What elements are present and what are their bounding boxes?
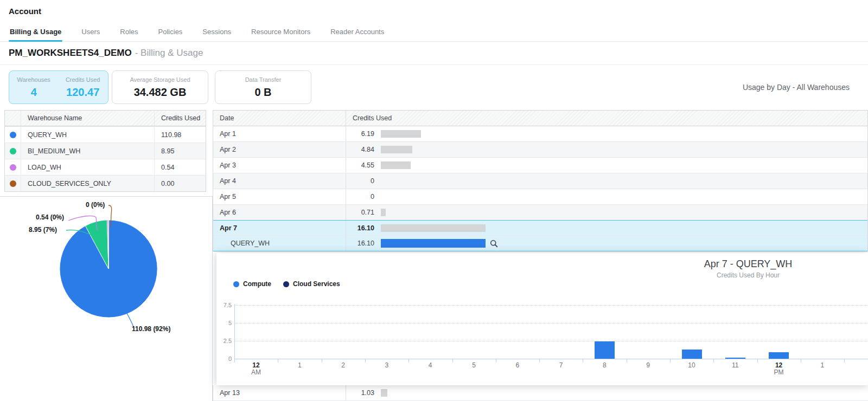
- x-axis-line: [234, 359, 868, 359]
- billing-usage-page: Account Billing & UsageUsersRolesPolicie…: [0, 0, 868, 401]
- credits-value: 16.10: [346, 224, 374, 232]
- x-axis-tick: [713, 359, 714, 363]
- x-tick-label-1: 1: [282, 362, 317, 369]
- daily-row-apr-2[interactable]: Apr 24.84: [213, 142, 867, 158]
- warehouse-row-load-wh[interactable]: LOAD_WH0.54: [5, 159, 206, 175]
- daily-row-apr-5[interactable]: Apr 50: [213, 189, 867, 205]
- credits-bar: [381, 209, 386, 216]
- section-subtitle: - Billing & Usage: [135, 48, 203, 58]
- bar-compute-hour-8: [595, 341, 615, 359]
- x-axis-tick: [234, 359, 235, 363]
- tab-users[interactable]: Users: [80, 28, 101, 41]
- credits-value: 0: [346, 193, 374, 200]
- credits-cell: 4.55: [346, 161, 867, 169]
- tab-billing-usage[interactable]: Billing & Usage: [9, 28, 62, 41]
- card-warehouses-credits[interactable]: Warehouses 4 Credits Used 120.47: [9, 70, 108, 104]
- credits-bar: [381, 146, 412, 153]
- date-cell: Apr 7: [213, 221, 346, 235]
- pie-label-bi-medium-wh: 8.95 (7%): [29, 226, 57, 234]
- credits-value: 0: [346, 177, 374, 185]
- x-tick-label-7: 7: [544, 362, 578, 369]
- x-axis-tick: [278, 359, 278, 363]
- x-axis-tick: [844, 359, 845, 363]
- tab-reader-accounts[interactable]: Reader Accounts: [329, 28, 385, 41]
- warehouse-table: Warehouse Name Credits Used QUERY_WH110.…: [4, 110, 206, 192]
- account-name: PM_WORKSHEETS4_DEMO: [9, 48, 132, 58]
- warehouse-row-query-wh[interactable]: QUERY_WH110.98: [5, 126, 206, 143]
- bar-compute-hour-12-pm: [769, 352, 789, 359]
- card-average-storage[interactable]: Average Storage Used 34.482 GB: [112, 70, 208, 104]
- y-tick-label-5: 5: [216, 320, 232, 326]
- pie-label-cloud-services: 0 (0%): [86, 201, 105, 209]
- bar-compute-hour-11: [725, 358, 745, 359]
- storage-label: Average Storage Used: [130, 76, 190, 83]
- credits-bar-blue: [381, 239, 486, 248]
- pie-label-load-wh: 0.54 (0%): [36, 214, 64, 221]
- legend-label: Compute: [243, 280, 271, 288]
- warehouse-color-dot: [10, 148, 16, 154]
- x-tick-label-9: 9: [631, 362, 666, 369]
- x-axis-tick: [627, 359, 627, 363]
- daily-row-apr-3[interactable]: Apr 34.55: [213, 158, 867, 173]
- date-cell: Apr 2: [213, 142, 346, 157]
- tab-policies[interactable]: Policies: [157, 28, 184, 41]
- tab-bar: Billing & UsageUsersRolesPoliciesSession…: [0, 25, 868, 42]
- x-axis-tick: [670, 359, 671, 363]
- gridline-7.5: [234, 305, 868, 306]
- warehouse-name-header: Warehouse Name: [21, 111, 155, 126]
- x-tick-label-10: 10: [674, 362, 709, 369]
- divider: [0, 64, 868, 65]
- x-tick-label-3: 3: [369, 362, 404, 369]
- legend-item-cloud-services[interactable]: Cloud Services: [283, 280, 340, 288]
- x-axis-tick: [452, 359, 453, 363]
- credits-cell: 1.03: [346, 389, 868, 397]
- bar-compute-hour-10: [682, 350, 702, 359]
- daily-table-header: Date Credits Used: [213, 111, 867, 126]
- pie-label-query-wh: 110.98 (92%): [132, 325, 170, 333]
- magnifier-icon[interactable]: [490, 240, 498, 248]
- x-tick-label-6: 6: [500, 362, 535, 369]
- x-tick-label-12: 12PM: [762, 362, 796, 376]
- x-axis-tick: [409, 359, 409, 363]
- credits-bar: [381, 130, 421, 138]
- warehouse-credits-cell: 0.54: [155, 164, 206, 171]
- gridline-5: [234, 323, 868, 324]
- tab-resource-monitors[interactable]: Resource Monitors: [250, 28, 311, 41]
- credits-cell: 0.71: [346, 209, 867, 216]
- credits-cell: 16.10: [346, 239, 867, 248]
- warehouse-row-cloud-services-only[interactable]: CLOUD_SERVICES_ONLY0.00: [5, 175, 206, 191]
- daily-subrow-query-wh[interactable]: QUERY_WH16.10: [213, 236, 867, 251]
- daily-row-apr-6[interactable]: Apr 60.71: [213, 205, 867, 221]
- daily-row-apr-13[interactable]: Apr 131.03: [213, 385, 868, 401]
- legend-dot-compute: [233, 281, 239, 287]
- warehouse-name-cell: CLOUD_SERVICES_ONLY: [21, 176, 155, 191]
- card-data-transfer[interactable]: Data Transfer 0 B: [215, 70, 311, 104]
- x-axis-tick: [539, 359, 540, 363]
- legend-item-compute[interactable]: Compute: [233, 280, 271, 288]
- warehouse-credits-cell: 110.98: [155, 131, 206, 139]
- tab-sessions[interactable]: Sessions: [201, 28, 232, 41]
- x-axis-tick: [496, 359, 496, 363]
- credits-value: 16.10: [346, 240, 374, 247]
- credits-value: 4.84: [346, 146, 374, 153]
- warehouse-credits-header: Credits Used: [155, 114, 206, 122]
- daily-row-apr-4[interactable]: Apr 40: [213, 173, 867, 189]
- daily-row-apr-7[interactable]: Apr 716.10: [213, 220, 867, 236]
- warehouse-color-cell: [5, 143, 21, 159]
- legend-dot-cloud-services: [283, 281, 289, 287]
- date-header: Date: [213, 111, 346, 126]
- daily-row-apr-1[interactable]: Apr 16.19: [213, 126, 867, 142]
- date-cell: Apr 13: [213, 385, 346, 400]
- color-column-header: [5, 111, 21, 126]
- x-tick-label-0: 12AM: [239, 362, 273, 376]
- y-axis-line: [234, 304, 235, 362]
- warehouse-color-dot: [10, 132, 16, 138]
- warehouse-row-bi-medium-wh[interactable]: BI_MEDIUM_WH8.95: [5, 143, 206, 159]
- credits-bar: [381, 161, 411, 169]
- legend-label: Cloud Services: [293, 280, 340, 288]
- x-tick-label-5: 5: [457, 362, 492, 369]
- warehouse-color-cell: [5, 176, 21, 191]
- credits-used-value: 120.47: [66, 86, 100, 99]
- date-cell: Apr 1: [213, 126, 346, 141]
- tab-roles[interactable]: Roles: [119, 28, 139, 41]
